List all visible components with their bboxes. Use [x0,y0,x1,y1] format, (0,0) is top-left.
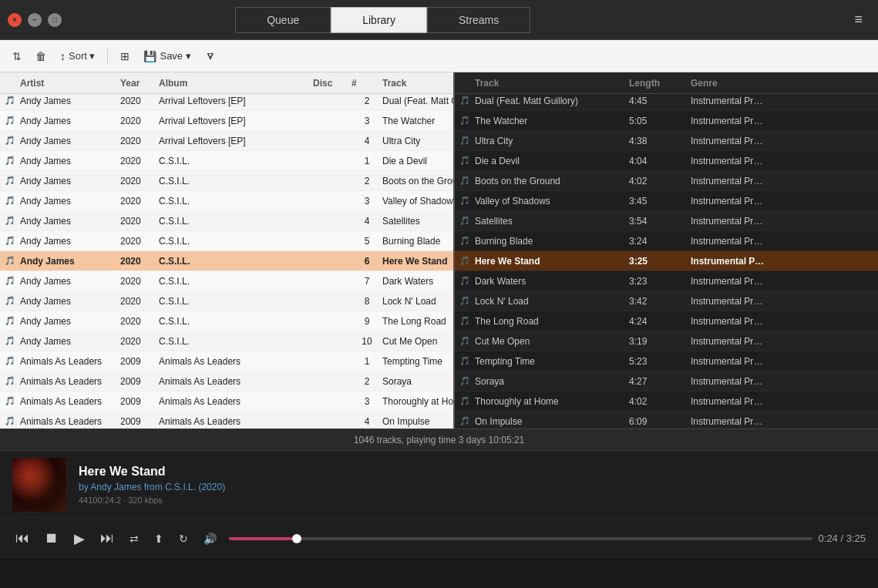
table-row[interactable]: 🎵 Lock N' Load 3:42 Instrumental Progres… [455,291,878,311]
table-row[interactable]: 🎵 Andy James 2020 Arrival Leftovers [EP]… [0,131,453,151]
length-cell: 3:19 [629,336,691,347]
table-row[interactable]: 🎵 Andy James 2020 C.S.I.L. 9 The Long Ro… [0,311,453,331]
file-icon: 🎵 [5,416,20,426]
table-row[interactable]: 🎵 Andy James 2020 C.S.I.L. 3 Valley of S… [0,191,453,211]
table-row[interactable]: 🎵 On Impulse 6:09 Instrumental Progressi… [455,412,878,428]
table-row[interactable]: 🎵 Andy James 2020 C.S.I.L. 10 Cut Me Ope… [0,331,453,351]
album-cell: Arrival Leftovers [EP] [159,116,313,126]
tab-library[interactable]: Library [331,7,427,33]
length-cell: 4:45 [629,96,691,106]
nav-tabs: Queue Library Streams [235,7,530,33]
minimize-button[interactable]: − [28,13,42,27]
maximize-button[interactable]: □ [48,13,62,27]
rewind-button[interactable]: ⏮ [12,527,32,549]
play-button[interactable]: ▶ [71,527,88,550]
artist-cell: Animals As Leaders [20,376,120,387]
file-icon: 🎵 [5,276,20,286]
table-row[interactable]: 🎵 Animals As Leaders 2009 Animals As Lea… [0,371,453,391]
artist-cell: Andy James [20,176,120,186]
table-row[interactable]: 🎵 Andy James 2020 C.S.I.L. 6 Here We Sta… [0,251,453,271]
table-row[interactable]: 🎵 Andy James 2020 C.S.I.L. 4 Satellites [0,211,453,231]
artist-cell: Andy James [20,236,120,247]
track-cell: Lock N' Load [382,296,453,307]
table-row[interactable]: 🎵 Andy James 2020 C.S.I.L. 5 Burning Bla… [0,231,453,251]
save-button[interactable]: 💾 Save ▾ [139,47,195,66]
table-row[interactable]: 🎵 Andy James 2020 C.S.I.L. 7 Dark Waters [0,271,453,291]
genre-cell: Instrumental Progressive Metal [691,216,768,227]
table-row[interactable]: 🎵 Tempting Time 5:23 Instrumental Progre… [455,351,878,371]
file-icon: 🎵 [459,96,475,106]
year-cell: 2020 [120,156,159,166]
year-cell: 2020 [120,336,159,347]
length-cell: 5:23 [629,356,691,367]
length-cell: 3:45 [629,196,691,207]
table-row[interactable]: 🎵 Animals As Leaders 2009 Animals As Lea… [0,351,453,371]
year-cell: 2020 [120,316,159,327]
year-cell: 2009 [120,376,159,387]
streams-body: 🎵 Hardrive 4:07 Instrumental Progressive… [455,94,878,428]
tab-streams[interactable]: Streams [427,7,530,33]
table-row[interactable]: 🎵 Here We Stand 3:25 Instrumental Progre… [455,251,878,271]
num-cell: 9 [352,316,382,327]
track-cell: Boots on the Ground [475,176,629,186]
tab-queue[interactable]: Queue [235,7,331,33]
num-cell: 4 [352,416,382,427]
table-row[interactable]: 🎵 Boots on the Ground 4:02 Instrumental … [455,171,878,191]
sort-button[interactable]: ↕ Sort ▾ [56,47,99,66]
artist-link[interactable]: Andy James [90,482,141,492]
album-cell: C.S.I.L. [159,296,313,307]
stop-button[interactable]: ⏹ [42,527,62,549]
table-row[interactable]: 🎵 Burning Blade 3:24 Instrumental Progre… [455,231,878,251]
album-cell: C.S.I.L. [159,336,313,347]
album-link[interactable]: C.S.I.L. [165,482,196,492]
export-button[interactable]: ⬆ [151,529,167,548]
num-cell: 10 [352,336,382,347]
table-row[interactable]: 🎵 Andy James 2020 C.S.I.L. 1 Die a Devil [0,151,453,171]
table-row[interactable]: 🎵 Andy James 2020 C.S.I.L. 2 Boots on th… [0,171,453,191]
close-button[interactable]: × [8,13,22,27]
move-button[interactable]: ⇅ [8,47,26,66]
volume-button[interactable]: 🔊 [200,529,220,548]
table-row[interactable]: 🎵 Dark Waters 3:23 Instrumental Progress… [455,271,878,291]
length-cell: 4:38 [629,136,691,146]
album-cell: Animals As Leaders [159,416,313,427]
table-row[interactable]: 🎵 Animals As Leaders 2009 Animals As Lea… [0,391,453,412]
table-row[interactable]: 🎵 Ultra City 4:38 Instrumental Progressi… [455,131,878,151]
forward-button[interactable]: ⏭ [97,527,117,549]
table-row[interactable]: 🎵 Animals As Leaders 2009 Animals As Lea… [0,412,453,428]
num-cell: 2 [352,376,382,387]
file-icon: 🎵 [459,296,475,306]
artist-cell: Andy James [20,296,120,307]
table-row[interactable]: 🎵 Andy James 2020 C.S.I.L. 8 Lock N' Loa… [0,291,453,311]
loop-button[interactable]: ↻ [176,529,191,548]
genre-cell: Instrumental Progressive Metal [691,376,768,387]
delete-button[interactable]: 🗑 [31,47,51,66]
table-row[interactable]: 🎵 Valley of Shadows 3:45 Instrumental Pr… [455,191,878,211]
import-button[interactable]: ⊞ [116,47,134,66]
track-cell: Ultra City [382,136,453,146]
file-icon: 🎵 [5,216,20,226]
num-cell: 5 [352,236,382,247]
album-cell: C.S.I.L. [159,176,313,186]
year-cell: 2009 [120,356,159,367]
table-row[interactable]: 🎵 Die a Devil 4:04 Instrumental Progress… [455,151,878,171]
table-row[interactable]: 🎵 Thoroughly at Home 4:02 Instrumental P… [455,391,878,412]
file-icon: 🎵 [5,96,20,106]
table-row[interactable]: 🎵 Soraya 4:27 Instrumental Progressive M… [455,371,878,391]
table-row[interactable]: 🎵 The Watcher 5:05 Instrumental Progress… [455,111,878,131]
track-cell: The Watcher [382,116,453,126]
progress-bar[interactable] [229,537,812,540]
album-cell: C.S.I.L. [159,256,313,267]
table-row[interactable]: 🎵 Andy James 2020 Arrival Leftovers [EP]… [0,94,453,111]
table-row[interactable]: 🎵 Satellites 3:54 Instrumental Progressi… [455,211,878,231]
table-row[interactable]: 🎵 Dual (Feat. Matt Guillory) 4:45 Instru… [455,94,878,111]
file-icon: 🎵 [5,376,20,386]
menu-button[interactable]: ≡ [846,7,870,32]
track-cell: On Impulse [382,416,453,427]
table-row[interactable]: 🎵 The Long Road 4:24 Instrumental Progre… [455,311,878,331]
table-row[interactable]: 🎵 Cut Me Open 3:19 Instrumental Progress… [455,331,878,351]
file-icon: 🎵 [459,256,475,266]
filter-button[interactable]: ⛛ [200,47,220,66]
shuffle-button[interactable]: ⇄ [126,529,142,548]
table-row[interactable]: 🎵 Andy James 2020 Arrival Leftovers [EP]… [0,111,453,131]
